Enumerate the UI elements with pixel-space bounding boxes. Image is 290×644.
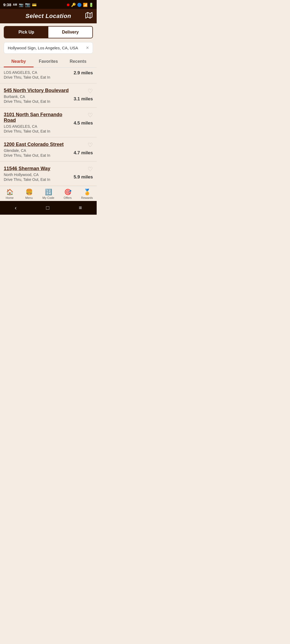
nav-offers[interactable]: 🎯 Offers [58,189,77,199]
partial-services: Drive Thru, Take Out, Eat In [4,75,71,79]
favorite-button[interactable]: ♡ [88,112,93,119]
status-left: 9:38 AM 📷 📷 💳 [3,2,37,7]
location-city: Burbank, CA [4,94,71,99]
location-distance: 5.9 miles [74,174,93,180]
nav-tabs: Nearby Favorites Recents [0,56,97,68]
location-city: North Hollywood, CA [4,173,71,177]
wifi-icon: 📶 [83,3,88,7]
nav-rewards-label: Rewards [81,196,93,199]
pickup-tab[interactable]: Pick Up [4,27,48,38]
map-icon[interactable] [85,12,92,20]
partial-city: LOS ANGELES, CA [4,70,71,75]
nav-home-label: Home [6,196,13,199]
camera-icon: 📷 [19,3,23,7]
location-services: Drive Thru, Take Out, Eat In [4,129,71,133]
tab-switcher: Pick Up Delivery [0,23,97,41]
status-bar: 9:38 AM 📷 📷 💳 ⏺ 🔑 🔵 📶 🔋 [0,0,97,9]
home-icon: 🏠 [6,189,13,196]
nav-rewards[interactable]: 🏅 Rewards [77,189,97,199]
status-right: ⏺ 🔑 🔵 📶 🔋 [66,3,93,7]
nav-home[interactable]: 🏠 Home [0,189,19,199]
location-city: Glendale, CA [4,148,71,153]
location-address: 545 North Victory Boulevard [4,88,71,93]
search-bar[interactable]: Hollywood Sign, Los Angeles, CA, USA × [4,42,93,54]
location-info: 545 North Victory Boulevard Burbank, CA … [4,88,74,104]
partial-distance: 2.9 miles [74,70,93,76]
instagram-icon: 📷 [25,2,30,7]
svg-marker-0 [86,12,92,18]
battery-icon: 🔋 [89,3,93,7]
location-item[interactable]: 11546 Sherman Way North Hollywood, CA Dr… [0,162,97,186]
key-icon: 🔑 [71,3,76,7]
nav-mycode-label: My Code [42,196,54,199]
location-distance: 3.1 miles [74,96,93,102]
header: Select Location [0,9,97,23]
favorite-button[interactable]: ♡ [88,166,93,173]
nav-menu[interactable]: 🍔 Menu [19,189,39,199]
location-city: LOS ANGELES, CA [4,124,71,129]
android-back-button[interactable]: ‹ [9,204,22,212]
status-time: 9:38 [3,2,11,7]
location-item[interactable]: 3101 North San Fernando Road LOS ANGELES… [0,108,97,137]
location-address: 1200 East Colorado Street [4,142,71,147]
tab-nearby[interactable]: Nearby [4,56,34,67]
rewards-icon: 🏅 [84,189,91,196]
mycode-icon: 🔢 [45,189,52,196]
nav-offers-label: Offers [64,196,72,199]
location-list: LOS ANGELES, CA Drive Thru, Take Out, Ea… [0,68,97,186]
delivery-tab[interactable]: Delivery [48,27,92,38]
location-info: 11546 Sherman Way North Hollywood, CA Dr… [4,166,74,182]
location-address: 3101 North San Fernando Road [4,112,71,123]
menu-icon: 🍔 [26,189,33,196]
tab-recents[interactable]: Recents [63,56,93,67]
favorite-button[interactable]: ♡ [88,142,93,149]
nav-menu-label: Menu [25,196,33,199]
android-home-button[interactable]: □ [41,204,55,212]
partial-location-item: LOS ANGELES, CA Drive Thru, Take Out, Ea… [0,68,97,83]
favorite-button[interactable]: ♡ [88,88,93,95]
bluetooth-icon: 🔵 [77,3,82,7]
location-distance: 4.5 miles [74,120,93,126]
location-distance: 4.7 miles [74,150,93,156]
payment-icon: 💳 [32,3,37,7]
android-nav-bar: ‹ □ ≡ [0,201,97,215]
location-services: Drive Thru, Take Out, Eat In [4,177,71,182]
location-services: Drive Thru, Take Out, Eat In [4,153,71,158]
page-title: Select Location [26,13,71,20]
nav-mycode[interactable]: 🔢 My Code [39,189,58,199]
location-info: 1200 East Colorado Street Glendale, CA D… [4,142,74,158]
clear-search-button[interactable]: × [86,45,89,51]
search-value: Hollywood Sign, Los Angeles, CA, USA [8,46,78,50]
location-item[interactable]: 1200 East Colorado Street Glendale, CA D… [0,137,97,162]
location-info: 3101 North San Fernando Road LOS ANGELES… [4,112,74,133]
bottom-nav: 🏠 Home 🍔 Menu 🔢 My Code 🎯 Offers 🏅 Rewar… [0,186,97,201]
android-menu-button[interactable]: ≡ [73,204,87,212]
status-am: AM [13,3,17,6]
tab-favorites[interactable]: Favorites [34,56,63,67]
offers-icon: 🎯 [64,189,71,196]
location-services: Drive Thru, Take Out, Eat In [4,99,71,104]
location-item[interactable]: 545 North Victory Boulevard Burbank, CA … [0,83,97,108]
location-address: 11546 Sherman Way [4,166,71,171]
record-icon: ⏺ [66,3,70,7]
